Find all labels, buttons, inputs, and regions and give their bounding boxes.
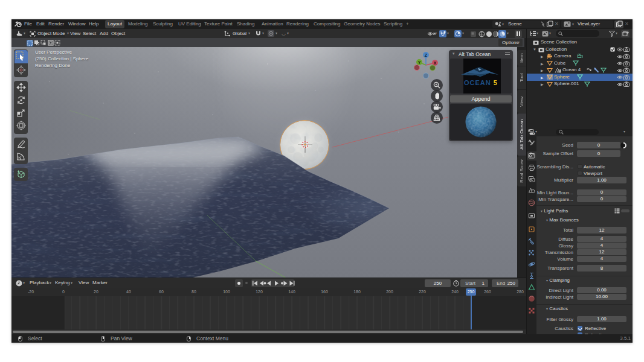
svg-text:Y: Y (418, 60, 421, 65)
svg-text:Z: Z (425, 53, 428, 57)
svg-text:X: X (434, 61, 437, 65)
